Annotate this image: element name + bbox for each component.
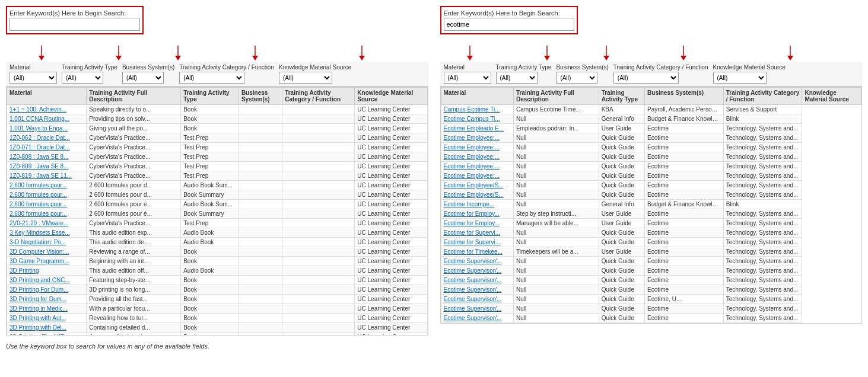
table-container-left[interactable]: Material Training Activity Full Descript… (6, 87, 428, 336)
table-row: Ecotime Incompe...NullGeneral InfoBudget… (441, 200, 861, 209)
filter-kms-select-left[interactable]: (All) (279, 72, 332, 84)
arrows-svg-left (6, 43, 427, 60)
table-cell: Quick Guide (599, 276, 644, 285)
filter-training-type-select-left[interactable]: (All) (62, 72, 103, 84)
table-cell[interactable]: Ecotime Supervisor/... (441, 276, 513, 285)
table-cell[interactable]: Ecotime Employee/S... (441, 190, 513, 200)
table-cell[interactable]: 3D Printing with Aut... (7, 314, 87, 323)
table-cell[interactable]: 3D Printing in Medic... (7, 304, 87, 314)
table-cell: Giving you all the po... (87, 124, 181, 133)
table-cell[interactable]: Ecotime Supervisor/... (441, 295, 513, 304)
search-input-left[interactable] (9, 18, 140, 31)
table-cell: Test Prep (181, 133, 239, 143)
table-cell[interactable]: 1Z0-809 : Java SE 8... (7, 162, 87, 171)
filter-kms-select-right[interactable]: (All) (713, 72, 767, 84)
table-cell[interactable]: Ecotime Supervisor/... (441, 257, 513, 266)
table-cell[interactable]: 3D Printing For Dum... (7, 285, 87, 295)
table-cell[interactable]: Ecotime Incompe... (441, 200, 513, 209)
table-row: 3D Printing and CNC...Featuring step-by-… (7, 276, 428, 285)
table-cell[interactable]: 3D Printing for Dum... (7, 295, 87, 304)
table-cell[interactable]: Ecotime for Timekee... (441, 247, 513, 257)
table-cell: Test Prep (181, 219, 239, 228)
table-cell[interactable]: Ecotime Employee:... (441, 171, 513, 181)
table-cell[interactable]: Ecotime Supervisor/... (441, 285, 513, 295)
table-cell: UC Learning Center (355, 333, 427, 336)
filter-biz-select-left[interactable]: (All) (122, 72, 164, 84)
table-cell[interactable]: Ecotime Employee:... (441, 152, 513, 162)
table-cell[interactable]: Ecotime for Employ... (441, 219, 513, 228)
table-cell: Null (513, 152, 599, 162)
search-input-right[interactable] (444, 18, 574, 31)
table-cell[interactable]: Ecotime Employee/S... (441, 181, 513, 190)
filter-material-label-left: Material (9, 64, 57, 71)
arrows-right (440, 43, 863, 60)
table-cell[interactable]: 1,001 Ways to Enga... (7, 124, 87, 133)
filter-material-select-right[interactable]: (All) (444, 72, 491, 84)
table-cell[interactable]: 3 Key Mindsets Esse... (7, 228, 87, 238)
table-cell[interactable]: 1,001 CCNA Routing... (7, 114, 87, 124)
table-cell: Audio Book Sum... (181, 181, 239, 190)
filter-category-select-left[interactable]: (All) (179, 72, 244, 84)
table-cell[interactable]: 2,600 formules pour... (7, 190, 87, 200)
table-cell[interactable]: 1Z0-062 : Oracle Dat... (7, 133, 87, 143)
table-cell: UC Learning Center (355, 276, 427, 285)
table-cell[interactable]: Ecotime Supervisor/... (441, 314, 513, 323)
table-cell[interactable]: Ecotime Employee:... (441, 162, 513, 171)
table-cell: Technology, Systems and... (723, 124, 802, 133)
table-cell: Null (513, 114, 599, 124)
table-cell (239, 219, 282, 228)
table-cell[interactable]: Ecotime Supervisor/... (441, 266, 513, 276)
filter-material-select-left[interactable]: (All) (9, 72, 57, 84)
table-cell[interactable]: Ecotime Employee:... (441, 133, 513, 143)
table-cell: Quick Guide (599, 304, 644, 314)
th-biz-sys-right: Business System(s) (645, 88, 724, 105)
table-cell[interactable]: Ecotime Employee:... (441, 143, 513, 152)
table-cell[interactable]: 3-D Negotiation: Po... (7, 238, 87, 247)
filter-training-type-left: Training Activity Type (All) (62, 64, 117, 84)
table-cell[interactable]: 1Z0-071 : Oracle Dat... (7, 143, 87, 152)
table-cell[interactable]: 2,600 formules pour... (7, 200, 87, 209)
table-cell[interactable]: Ecotime for Employ... (441, 209, 513, 219)
table-cell[interactable]: Ecotime Campus Ti... (441, 114, 513, 124)
table-cell (239, 304, 282, 314)
table-cell[interactable]: Ecotime for Supervi... (441, 238, 513, 247)
table-cell[interactable]: Ecotime for Supervi... (441, 228, 513, 238)
table-cell: Revealing how to tur... (87, 314, 181, 323)
table-cell[interactable]: 3D Game Programm... (7, 257, 87, 266)
table-cell: This audio edition exp... (87, 228, 181, 238)
table-cell: Beginning with an int... (87, 257, 181, 266)
table-cell: Audio Book Sum... (181, 200, 239, 209)
table-cell (282, 228, 355, 238)
table-cell: General Info (599, 200, 644, 209)
table-cell: UC Learning Center (355, 257, 427, 266)
filter-training-type-select-right[interactable]: (All) (496, 72, 538, 84)
table-container-right[interactable]: Material Training Activity Full Descript… (440, 87, 863, 324)
table-cell[interactable]: Ecotime Empleado E... (441, 124, 513, 133)
table-cell[interactable]: 3D Computer Vision:... (7, 247, 87, 257)
table-cell: UC Learning Center (355, 190, 427, 200)
table-cell (282, 285, 355, 295)
table-cell: UC Learning Center (355, 171, 427, 181)
table-cell[interactable]: 1+1 = 100: Achievin... (7, 105, 87, 114)
table-cell[interactable]: Ecotime Supervisor/... (441, 304, 513, 314)
table-cell[interactable]: 1Z0-819 : Java SE 11... (7, 171, 87, 181)
table-cell[interactable]: 2,600 formules pour... (7, 209, 87, 219)
svg-marker-19 (787, 56, 793, 60)
table-cell[interactable]: 3D Printing: The MIT... (7, 333, 87, 336)
filter-biz-select-right[interactable]: (All) (556, 72, 597, 84)
table-row: Ecotime Supervisor/...NullQuick GuideEco… (441, 276, 861, 285)
filter-category-select-right[interactable]: (All) (613, 72, 679, 84)
table-cell[interactable]: 1Z0-808 : Java SE 8... (7, 152, 87, 162)
table-cell[interactable]: 3D Printing (7, 266, 87, 276)
table-cell[interactable]: 2,600 formules pour... (7, 181, 87, 190)
table-cell: Ecotime (645, 276, 724, 285)
table-cell: Technology, Systems and... (723, 219, 802, 228)
svg-marker-9 (359, 56, 365, 60)
search-label-right: Enter Keyword(s) Here to Begin Search: (444, 9, 574, 17)
table-cell[interactable]: 3D Printing with Del... (7, 323, 87, 333)
table-cell[interactable]: 3D Printing and CNC... (7, 276, 87, 285)
table-cell: Providing all the fast... (87, 295, 181, 304)
table-cell[interactable]: Campus Ecotime Ti... (441, 105, 513, 114)
table-cell[interactable]: 2V0-21.20 : VMware... (7, 219, 87, 228)
table-row: Ecotime for Employ...Step by step instru… (441, 209, 861, 219)
